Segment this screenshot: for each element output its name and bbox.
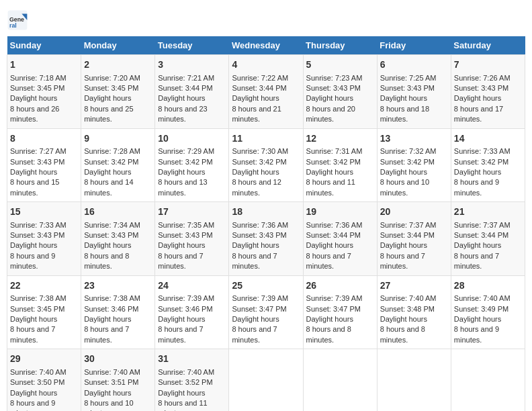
- calendar-cell: [451, 349, 525, 411]
- calendar-cell: 23 Sunrise: 7:38 AM Sunset: 3:46 PM Dayl…: [81, 275, 155, 349]
- sunset: Sunset: 3:44 PM: [380, 231, 435, 239]
- calendar-cell: 25 Sunrise: 7:39 AM Sunset: 3:47 PM Dayl…: [229, 275, 303, 349]
- daylight-duration: 8 hours and 12 minutes.: [232, 178, 281, 196]
- sunrise: Sunrise: 7:40 AM: [10, 368, 66, 376]
- sunrise: Sunrise: 7:40 AM: [380, 294, 437, 302]
- weekday-header: Tuesday: [155, 36, 229, 55]
- daylight-duration: 8 hours and 26 minutes.: [10, 105, 59, 123]
- day-number: 20: [380, 205, 448, 219]
- sunset: Sunset: 3:43 PM: [10, 158, 64, 166]
- daylight-duration: 8 hours and 10 minutes.: [84, 399, 133, 411]
- sunset: Sunset: 3:44 PM: [454, 231, 508, 239]
- weekday-header: Friday: [377, 36, 451, 55]
- daylight-duration: 8 hours and 7 minutes.: [10, 325, 55, 343]
- daylight-label: Daylight hours: [454, 315, 501, 323]
- daylight-label: Daylight hours: [306, 315, 353, 323]
- calendar-cell: 30 Sunrise: 7:40 AM Sunset: 3:51 PM Dayl…: [81, 349, 155, 411]
- day-number: 12: [306, 132, 374, 146]
- calendar-cell: 5 Sunrise: 7:23 AM Sunset: 3:43 PM Dayli…: [303, 55, 377, 129]
- daylight-label: Daylight hours: [158, 168, 205, 176]
- sunset: Sunset: 3:49 PM: [454, 305, 508, 313]
- daylight-label: Daylight hours: [454, 241, 501, 249]
- day-number: 10: [158, 132, 226, 146]
- svg-text:ral: ral: [9, 22, 17, 29]
- daylight-duration: 8 hours and 7 minutes.: [158, 325, 203, 343]
- sunset: Sunset: 3:42 PM: [306, 158, 361, 166]
- calendar-cell: 14 Sunrise: 7:33 AM Sunset: 3:42 PM Dayl…: [451, 128, 525, 202]
- daylight-duration: 8 hours and 11 minutes.: [306, 178, 355, 196]
- sunrise: Sunrise: 7:33 AM: [454, 147, 511, 155]
- logo: Gene ral: [7, 9, 31, 31]
- daylight-duration: 8 hours and 8 minutes.: [306, 325, 351, 343]
- daylight-duration: 8 hours and 9 minutes.: [454, 325, 499, 343]
- calendar-cell: [377, 349, 451, 411]
- calendar-cell: 6 Sunrise: 7:25 AM Sunset: 3:43 PM Dayli…: [377, 55, 451, 129]
- day-number: 31: [158, 353, 226, 366]
- day-number: 25: [232, 279, 300, 293]
- daylight-label: Daylight hours: [306, 94, 353, 102]
- day-number: 26: [306, 279, 374, 293]
- sunrise: Sunrise: 7:40 AM: [454, 294, 511, 302]
- daylight-label: Daylight hours: [158, 94, 205, 102]
- sunset: Sunset: 3:46 PM: [84, 305, 138, 313]
- daylight-duration: 8 hours and 7 minutes.: [454, 252, 499, 270]
- weekday-header: Thursday: [303, 36, 377, 55]
- sunset: Sunset: 3:43 PM: [380, 84, 435, 92]
- sunrise: Sunrise: 7:38 AM: [84, 294, 140, 302]
- sunset: Sunset: 3:44 PM: [232, 84, 286, 92]
- sunset: Sunset: 3:42 PM: [84, 158, 138, 166]
- daylight-duration: 8 hours and 7 minutes.: [232, 252, 277, 270]
- daylight-label: Daylight hours: [84, 168, 131, 176]
- calendar-week-row: 8 Sunrise: 7:27 AM Sunset: 3:43 PM Dayli…: [7, 128, 525, 202]
- calendar-cell: 13 Sunrise: 7:32 AM Sunset: 3:42 PM Dayl…: [377, 128, 451, 202]
- sunrise: Sunrise: 7:21 AM: [158, 74, 214, 82]
- calendar-cell: 16 Sunrise: 7:34 AM Sunset: 3:43 PM Dayl…: [81, 202, 155, 276]
- day-number: 22: [10, 279, 78, 293]
- daylight-duration: 8 hours and 8 minutes.: [380, 325, 425, 343]
- sunset: Sunset: 3:48 PM: [380, 305, 435, 313]
- day-number: 7: [454, 58, 522, 72]
- sunrise: Sunrise: 7:31 AM: [306, 147, 363, 155]
- daylight-label: Daylight hours: [232, 168, 279, 176]
- sunset: Sunset: 3:47 PM: [306, 305, 361, 313]
- daylight-duration: 8 hours and 7 minutes.: [158, 252, 203, 270]
- sunset: Sunset: 3:42 PM: [158, 158, 212, 166]
- calendar-cell: 11 Sunrise: 7:30 AM Sunset: 3:42 PM Dayl…: [229, 128, 303, 202]
- day-number: 2: [84, 58, 152, 72]
- calendar-cell: 7 Sunrise: 7:26 AM Sunset: 3:43 PM Dayli…: [451, 55, 525, 129]
- daylight-label: Daylight hours: [306, 241, 353, 249]
- day-number: 30: [84, 353, 152, 366]
- sunrise: Sunrise: 7:23 AM: [306, 74, 363, 82]
- daylight-duration: 8 hours and 7 minutes.: [306, 252, 351, 270]
- daylight-label: Daylight hours: [380, 94, 427, 102]
- calendar-cell: 1 Sunrise: 7:18 AM Sunset: 3:45 PM Dayli…: [7, 55, 81, 129]
- calendar-week-row: 15 Sunrise: 7:33 AM Sunset: 3:43 PM Dayl…: [7, 202, 525, 276]
- day-number: 6: [380, 58, 448, 72]
- sunset: Sunset: 3:46 PM: [158, 305, 212, 313]
- weekday-header: Sunday: [7, 36, 81, 55]
- daylight-duration: 8 hours and 11 minutes.: [158, 399, 207, 411]
- sunrise: Sunrise: 7:37 AM: [454, 221, 511, 229]
- daylight-duration: 8 hours and 15 minutes.: [10, 178, 59, 196]
- calendar-cell: 28 Sunrise: 7:40 AM Sunset: 3:49 PM Dayl…: [451, 275, 525, 349]
- day-number: 21: [454, 205, 522, 219]
- daylight-duration: 8 hours and 7 minutes.: [380, 252, 425, 270]
- daylight-duration: 8 hours and 21 minutes.: [232, 105, 281, 123]
- page-header: Gene ral: [7, 7, 525, 31]
- daylight-label: Daylight hours: [380, 168, 427, 176]
- daylight-label: Daylight hours: [454, 168, 501, 176]
- sunrise: Sunrise: 7:38 AM: [10, 294, 66, 302]
- calendar-cell: 19 Sunrise: 7:36 AM Sunset: 3:44 PM Dayl…: [303, 202, 377, 276]
- calendar-cell: 15 Sunrise: 7:33 AM Sunset: 3:43 PM Dayl…: [7, 202, 81, 276]
- daylight-duration: 8 hours and 10 minutes.: [380, 178, 429, 196]
- sunrise: Sunrise: 7:35 AM: [158, 221, 214, 229]
- daylight-label: Daylight hours: [10, 168, 57, 176]
- calendar-cell: [303, 349, 377, 411]
- day-number: 13: [380, 132, 448, 146]
- sunrise: Sunrise: 7:20 AM: [84, 74, 140, 82]
- daylight-label: Daylight hours: [10, 389, 57, 397]
- sunset: Sunset: 3:50 PM: [10, 378, 64, 386]
- daylight-duration: 8 hours and 13 minutes.: [158, 178, 207, 196]
- svg-text:Gene: Gene: [9, 16, 24, 23]
- weekday-header-row: SundayMondayTuesdayWednesdayThursdayFrid…: [7, 36, 525, 55]
